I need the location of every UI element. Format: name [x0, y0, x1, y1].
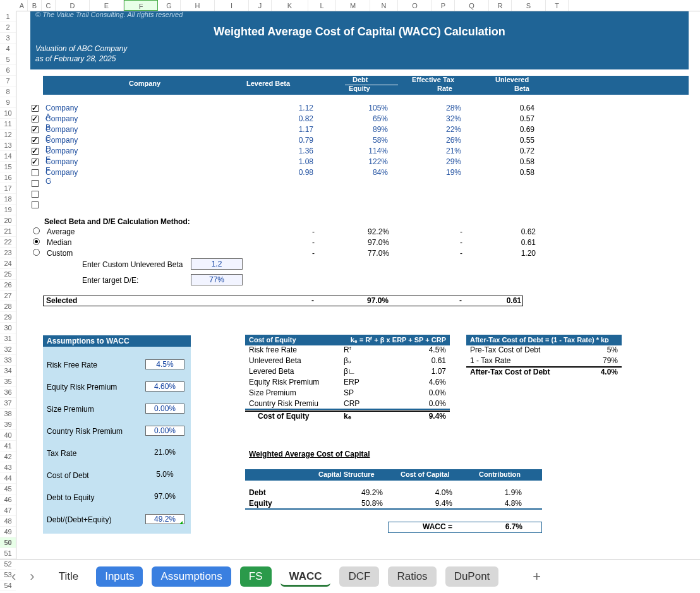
row-header-44[interactable]: 44: [0, 473, 16, 484]
col-header-R[interactable]: R: [489, 0, 512, 11]
col-header-I[interactable]: I: [215, 0, 249, 11]
row-header-29[interactable]: 29: [0, 312, 16, 323]
sheet-tab-inputs[interactable]: Inputs: [96, 566, 143, 587]
row-header-24[interactable]: 24: [0, 258, 16, 269]
row-header-13[interactable]: 13: [0, 140, 16, 151]
row-header-1[interactable]: 1: [0, 11, 16, 22]
sheet-tab-assumptions[interactable]: Assumptions: [152, 566, 231, 587]
company-name[interactable]: Company G: [45, 168, 78, 186]
row-header-30[interactable]: 30: [0, 323, 16, 333]
tab-nav-next-icon[interactable]: ›: [30, 568, 34, 585]
row-header-12[interactable]: 12: [0, 129, 16, 140]
sheet-tab-wacc[interactable]: WACC: [281, 566, 331, 587]
row-header-4[interactable]: 4: [0, 44, 16, 54]
assumption-value[interactable]: 0.00%: [145, 404, 184, 414]
method-radio[interactable]: [33, 238, 40, 245]
col-header-T[interactable]: T: [546, 0, 569, 11]
row-header-49[interactable]: 49: [0, 527, 16, 537]
row-header-18[interactable]: 18: [0, 194, 16, 205]
row-header-27[interactable]: 27: [0, 291, 16, 301]
col-header-C[interactable]: C: [42, 0, 56, 11]
row-header-48[interactable]: 48: [0, 516, 16, 527]
row-header-39[interactable]: 39: [0, 419, 16, 430]
col-header-H[interactable]: H: [181, 0, 215, 11]
col-header-M[interactable]: M: [336, 0, 370, 11]
col-header-D[interactable]: D: [56, 0, 90, 11]
row-header-16[interactable]: 16: [0, 172, 16, 183]
row-header-22[interactable]: 22: [0, 237, 16, 248]
col-header-G[interactable]: G: [158, 0, 181, 11]
row-header-36[interactable]: 36: [0, 387, 16, 398]
row-header-15[interactable]: 15: [0, 162, 16, 172]
row-header-25[interactable]: 25: [0, 269, 16, 280]
row-header-42[interactable]: 42: [0, 452, 16, 462]
row-header-14[interactable]: 14: [0, 151, 16, 162]
row-header-46[interactable]: 46: [0, 494, 16, 505]
row-header-21[interactable]: 21: [0, 226, 16, 237]
row-header-41[interactable]: 41: [0, 441, 16, 452]
method-radio[interactable]: [33, 249, 40, 256]
grid-area[interactable]: © The Value Trail Consulting. All rights…: [16, 11, 700, 559]
row-header-45[interactable]: 45: [0, 484, 16, 494]
assumption-value[interactable]: 4.60%: [145, 381, 184, 392]
col-header-E[interactable]: E: [90, 0, 124, 11]
col-header-Q[interactable]: Q: [455, 0, 489, 11]
assumption-value[interactable]: 4.5%: [145, 359, 184, 369]
col-header-K[interactable]: K: [272, 0, 308, 11]
col-header-J[interactable]: J: [249, 0, 272, 11]
col-header-S[interactable]: S: [512, 0, 546, 11]
row-header-28[interactable]: 28: [0, 301, 16, 312]
row-header-10[interactable]: 10: [0, 108, 16, 119]
assumption-value[interactable]: 49.2%: [145, 514, 184, 524]
method-radio[interactable]: [33, 227, 40, 234]
row-header-2[interactable]: 2: [0, 22, 16, 33]
row-header-9[interactable]: 9: [0, 97, 16, 108]
row-header-23[interactable]: 23: [0, 248, 16, 258]
row-header-6[interactable]: 6: [0, 65, 16, 76]
custom-ulb-input[interactable]: 1.2: [191, 258, 243, 270]
row-header-33[interactable]: 33: [0, 355, 16, 366]
row-header-34[interactable]: 34: [0, 366, 16, 376]
row-header-37[interactable]: 37: [0, 398, 16, 409]
row-header-47[interactable]: 47: [0, 505, 16, 516]
row-header-32[interactable]: 32: [0, 344, 16, 355]
row-header-52[interactable]: 52: [0, 559, 16, 570]
add-sheet-icon[interactable]: +: [533, 568, 541, 585]
sheet-tab-ratios[interactable]: Ratios: [388, 566, 436, 587]
col-header-O[interactable]: O: [398, 0, 432, 11]
col-header-L[interactable]: L: [308, 0, 336, 11]
sheet-tab-fs[interactable]: FS: [240, 566, 272, 587]
row-header-7[interactable]: 7: [0, 76, 16, 87]
company-checkbox[interactable]: [32, 159, 39, 165]
company-checkbox[interactable]: [32, 137, 39, 144]
row-header-50[interactable]: 50: [0, 537, 16, 548]
col-header-B[interactable]: B: [28, 0, 42, 11]
row-header-38[interactable]: 38: [0, 409, 16, 419]
sheet-tab-dcf[interactable]: DCF: [339, 566, 379, 587]
company-checkbox[interactable]: [32, 105, 39, 112]
col-header-F[interactable]: F: [124, 0, 158, 11]
row-header-35[interactable]: 35: [0, 376, 16, 387]
row-header-40[interactable]: 40: [0, 430, 16, 441]
row-header-26[interactable]: 26: [0, 280, 16, 291]
row-header-43[interactable]: 43: [0, 462, 16, 473]
row-header-53[interactable]: 53: [0, 570, 16, 580]
assumption-value[interactable]: 0.00%: [145, 426, 184, 436]
company-checkbox[interactable]: [32, 169, 39, 176]
row-header-11[interactable]: 11: [0, 119, 16, 129]
row-header-17[interactable]: 17: [0, 183, 16, 194]
col-header-A[interactable]: A: [16, 0, 28, 11]
row-header-20[interactable]: 20: [0, 215, 16, 226]
company-checkbox[interactable]: [32, 116, 39, 123]
sheet-tab-dupont[interactable]: DuPont: [445, 566, 499, 587]
company-checkbox[interactable]: [32, 191, 39, 198]
row-header-51[interactable]: 51: [0, 548, 16, 559]
row-header-8[interactable]: 8: [0, 87, 16, 97]
company-checkbox[interactable]: [32, 148, 39, 155]
company-checkbox[interactable]: [32, 126, 39, 133]
row-header-54[interactable]: 54: [0, 580, 16, 591]
row-header-5[interactable]: 5: [0, 54, 16, 65]
col-header-P[interactable]: P: [432, 0, 455, 11]
custom-de-input[interactable]: 77%: [191, 274, 243, 285]
sheet-tab-title[interactable]: Title: [50, 566, 88, 587]
